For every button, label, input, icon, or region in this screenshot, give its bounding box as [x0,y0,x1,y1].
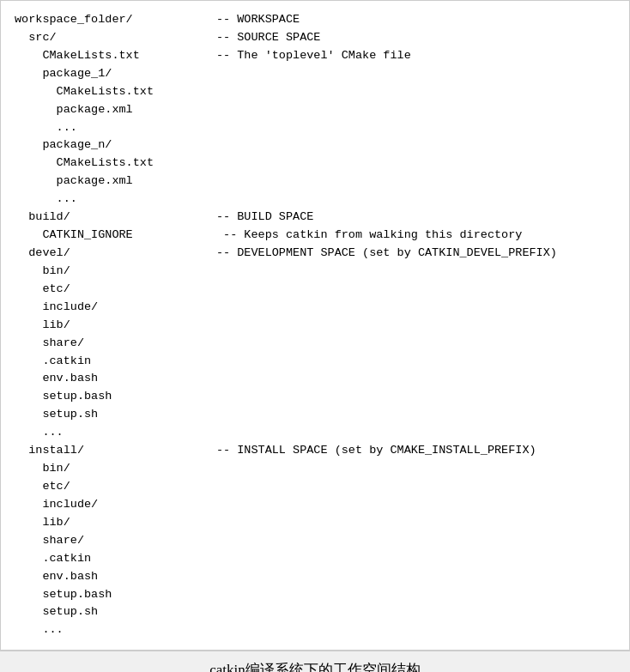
caption-text: catkin编译系统下的工作空间结构 [209,662,421,672]
caption: catkin编译系统下的工作空间结构 [0,651,630,672]
code-block: workspace_folder/ -- WORKSPACE src/ -- S… [15,11,615,639]
code-container: workspace_folder/ -- WORKSPACE src/ -- S… [0,0,630,651]
